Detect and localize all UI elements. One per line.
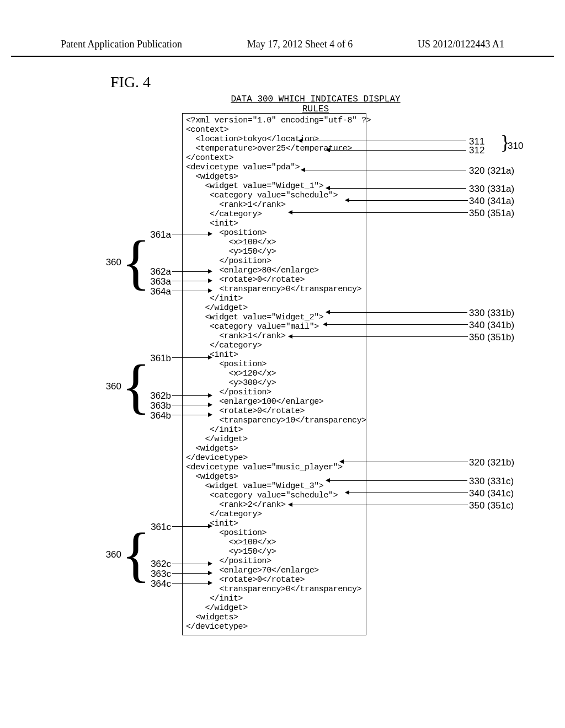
arrowhead-icon xyxy=(288,210,292,215)
header-center: May 17, 2012 Sheet 4 of 6 xyxy=(247,39,353,50)
lead-line xyxy=(291,212,468,213)
arrowhead-icon xyxy=(345,490,349,495)
ref-310: 310 xyxy=(508,141,523,152)
lead-line xyxy=(172,357,209,358)
ref-350c: 350 (351c) xyxy=(469,500,514,511)
arrowhead-icon xyxy=(323,322,327,326)
page-header: Patent Application Publication May 17, 2… xyxy=(11,0,554,57)
ref-360b: 360 xyxy=(88,381,121,392)
ref-320b: 320 (321b) xyxy=(469,457,514,468)
lead-line xyxy=(291,505,468,505)
ref-330a: 330 (331a) xyxy=(469,184,514,195)
header-left: Patent Application Publication xyxy=(61,39,182,50)
lead-line xyxy=(172,234,209,234)
arrowhead-icon xyxy=(208,232,212,236)
arrowhead-icon xyxy=(208,288,212,293)
lead-line xyxy=(328,188,466,189)
header-right: US 2012/0122443 A1 xyxy=(418,39,504,50)
ref-350b: 350 (351b) xyxy=(469,332,514,343)
lead-line xyxy=(172,271,209,272)
lead-line xyxy=(303,170,466,170)
arrowhead-icon xyxy=(345,198,349,202)
lead-line xyxy=(291,336,468,337)
lead-line xyxy=(172,395,209,396)
lead-line xyxy=(326,324,468,325)
ref-340b: 340 (341b) xyxy=(469,320,514,331)
ref-340a: 340 (341a) xyxy=(469,196,514,207)
arrowhead-icon xyxy=(288,502,292,507)
lead-line xyxy=(342,462,468,462)
ref-360a: 360 xyxy=(88,257,121,268)
arrowhead-icon xyxy=(326,186,330,190)
ref-340c: 340 (341c) xyxy=(469,488,514,499)
lead-line xyxy=(172,526,209,527)
diagram: 311 312 } 310 320 (321a) 330 (331a) 340 … xyxy=(99,113,524,652)
lead-line xyxy=(172,405,209,405)
arrowhead-icon xyxy=(208,355,212,360)
figure-subtitle: DATA 300 WHICH INDICATES DISPLAY RULES xyxy=(222,94,409,114)
lead-line xyxy=(348,200,468,201)
arrowhead-icon xyxy=(208,524,212,528)
ref-330b: 330 (331b) xyxy=(469,308,514,319)
lead-line xyxy=(172,573,209,574)
arrowhead-icon xyxy=(326,478,330,483)
lead-line xyxy=(328,480,467,481)
arrowhead-icon xyxy=(288,334,292,339)
lead-line xyxy=(328,312,467,313)
figure-caption: FIG. 4 xyxy=(110,73,565,91)
arrowhead-icon xyxy=(339,459,344,464)
lead-line xyxy=(348,493,468,493)
lead-line xyxy=(172,564,209,564)
ref-350a: 350 (351a) xyxy=(469,208,514,219)
arrowhead-icon xyxy=(208,393,212,398)
lead-line xyxy=(172,415,209,415)
brace-icon: { xyxy=(121,527,151,582)
arrowhead-icon xyxy=(208,561,212,566)
xml-code-listing: <?xml version="1.0" encoding="utf-8" ?> … xyxy=(182,113,366,635)
brace-icon: { xyxy=(121,234,151,290)
arrowhead-icon xyxy=(326,310,330,314)
arrowhead-icon xyxy=(208,581,212,585)
arrowhead-icon xyxy=(208,269,212,274)
lead-line xyxy=(301,141,466,141)
brace-icon: { xyxy=(121,358,151,414)
ref-330c: 330 (331c) xyxy=(469,476,514,487)
arrowhead-icon xyxy=(208,279,212,283)
ref-360c: 360 xyxy=(88,549,121,560)
lead-line xyxy=(328,150,466,151)
ref-312: 312 xyxy=(469,145,484,156)
arrowhead-icon xyxy=(301,168,305,172)
arrowhead-icon xyxy=(208,571,212,575)
arrowhead-icon xyxy=(298,138,302,143)
ref-320a: 320 (321a) xyxy=(469,165,514,176)
arrowhead-icon xyxy=(326,148,330,152)
arrowhead-icon xyxy=(208,413,212,417)
lead-line xyxy=(172,583,209,584)
lead-line xyxy=(172,281,209,281)
arrowhead-icon xyxy=(208,403,212,407)
lead-line xyxy=(172,291,209,291)
